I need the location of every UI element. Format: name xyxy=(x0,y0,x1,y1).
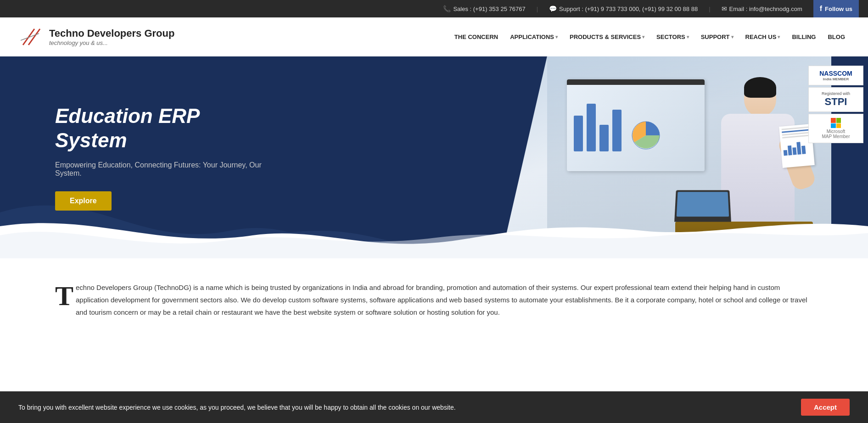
email-icon: ✉ xyxy=(722,5,727,12)
nav-item-sectors[interactable]: SECTORS▾ xyxy=(652,30,694,44)
phone-icon: 📞 xyxy=(443,5,451,12)
nasscom-sub: India MEMBER xyxy=(814,77,857,81)
nav-item-concern[interactable]: THE CONCERN xyxy=(450,30,503,44)
email-contact: ✉ Email : info@technodg.com xyxy=(722,5,802,12)
nav-item-applications[interactable]: APPLICATIONS▾ xyxy=(505,30,562,44)
nav-item-products[interactable]: PRODUCTS & SERVICES▾ xyxy=(565,30,649,44)
nav-item-billing[interactable]: BILLING xyxy=(787,30,820,44)
nav-link-billing[interactable]: BILLING xyxy=(787,30,820,44)
nasscom-badge: NASSCOMIndia MEMBER xyxy=(808,66,863,85)
chevron-down-icon: ▾ xyxy=(778,34,780,39)
logo-area: Techno Developers Group technology you &… xyxy=(18,24,174,50)
follow-label: Follow us xyxy=(825,6,852,12)
drop-cap: T xyxy=(55,285,73,307)
nav-label-concern: THE CONCERN xyxy=(454,33,498,40)
nav-label-blog: BLOG xyxy=(828,33,845,40)
nav-link-products[interactable]: PRODUCTS & SERVICES▾ xyxy=(565,30,649,44)
stpi-registered-label: Registered with xyxy=(814,91,857,96)
nav-item-reachus[interactable]: REACH US▾ xyxy=(741,30,785,44)
facebook-follow[interactable]: f Follow us xyxy=(813,0,859,17)
company-tagline: technology you & us... xyxy=(49,39,174,46)
logo-icon xyxy=(18,24,44,50)
cert-badges: NASSCOMIndia MEMBER Registered with STPI… xyxy=(808,66,863,143)
hero-subtitle: Empowering Education, Connecting Futures… xyxy=(55,161,266,178)
description-text: Techno Developers Group (TechnoDG) is a … xyxy=(55,281,813,318)
hero-section: Education ERP System Empowering Educatio… xyxy=(0,56,868,258)
support-label: Support : (+91) 9 733 733 000, (+91) 99 … xyxy=(559,6,698,12)
facebook-icon: f xyxy=(820,5,822,13)
chevron-down-icon: ▾ xyxy=(731,34,734,39)
nav-label-reachus: REACH US xyxy=(745,33,777,40)
chart-icon xyxy=(630,119,662,151)
nav-label-applications: APPLICATIONS xyxy=(510,33,554,40)
top-bar: 📞 Sales : (+91) 353 25 76767 | 💬 Support… xyxy=(0,0,868,17)
nav-label-support: SUPPORT xyxy=(701,33,730,40)
nav-links: THE CONCERN APPLICATIONS▾ PRODUCTS & SER… xyxy=(450,30,850,44)
company-name: Techno Developers Group xyxy=(49,28,174,39)
microsoft-badge: MicrosoftMAP Member xyxy=(808,114,863,143)
chevron-down-icon: ▾ xyxy=(642,34,644,39)
email-label: Email : info@technodg.com xyxy=(729,6,802,12)
divider-2: | xyxy=(709,6,710,12)
nasscom-label: NASSCOMIndia MEMBER xyxy=(814,70,857,81)
hero-content: Education ERP System Empowering Educatio… xyxy=(0,104,266,211)
nav-item-support[interactable]: SUPPORT▾ xyxy=(696,30,738,44)
nav-link-concern[interactable]: THE CONCERN xyxy=(450,30,503,44)
nav-label-sectors: SECTORS xyxy=(656,33,685,40)
nav-label-products: PRODUCTS & SERVICES xyxy=(570,33,641,40)
microsoft-label: MicrosoftMAP Member xyxy=(814,129,857,139)
nav-item-blog[interactable]: BLOG xyxy=(823,30,850,44)
sales-label: Sales : (+91) 353 25 76767 xyxy=(453,6,525,12)
chevron-down-icon: ▾ xyxy=(555,34,558,39)
hero-title: Education ERP System xyxy=(55,104,266,153)
explore-button[interactable]: Explore xyxy=(55,191,112,211)
nav-link-support[interactable]: SUPPORT▾ xyxy=(696,30,738,44)
logo-text: Techno Developers Group technology you &… xyxy=(49,28,174,46)
microsoft-logo xyxy=(814,118,857,128)
whatsapp-icon: 💬 xyxy=(549,5,557,12)
divider-1: | xyxy=(537,6,538,12)
nav-link-blog[interactable]: BLOG xyxy=(823,30,850,44)
nav-link-reachus[interactable]: REACH US▾ xyxy=(741,30,785,44)
nav-label-billing: BILLING xyxy=(792,33,816,40)
nav-link-applications[interactable]: APPLICATIONS▾ xyxy=(505,30,562,44)
stpi-badge: Registered with STPI xyxy=(808,87,863,112)
bottom-waves xyxy=(0,212,868,258)
navbar: Techno Developers Group technology you &… xyxy=(0,17,868,56)
nav-link-sectors[interactable]: SECTORS▾ xyxy=(652,30,694,44)
description-section: Techno Developers Group (TechnoDG) is a … xyxy=(0,258,868,332)
svg-line-0 xyxy=(23,29,34,45)
sales-contact: 📞 Sales : (+91) 353 25 76767 xyxy=(443,5,525,12)
chevron-down-icon: ▾ xyxy=(687,34,689,39)
stpi-label: STPI xyxy=(814,96,857,108)
support-contact: 💬 Support : (+91) 9 733 733 000, (+91) 9… xyxy=(549,5,698,12)
